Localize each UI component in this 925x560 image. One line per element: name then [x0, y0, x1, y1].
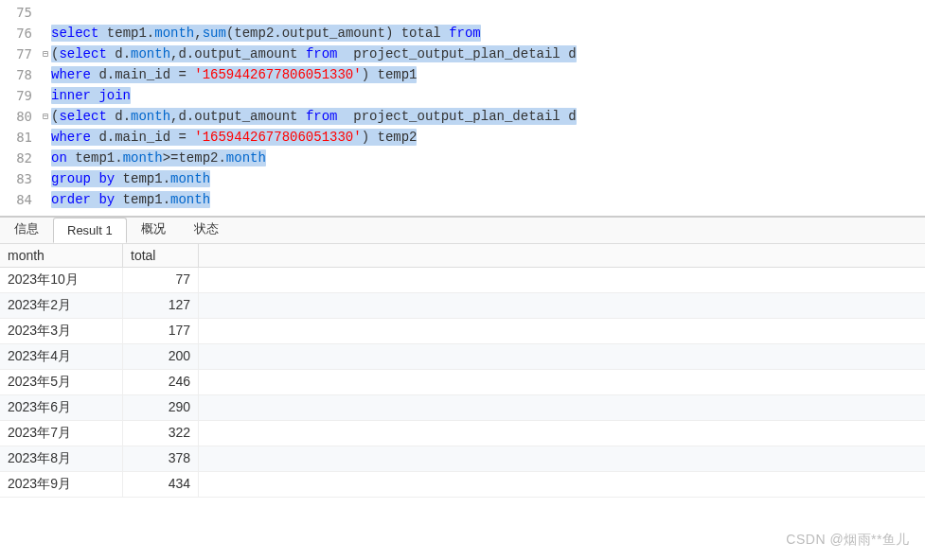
code-line[interactable]: 84order by temp1.month	[0, 189, 925, 210]
table-cell[interactable]: 2023年8月	[0, 446, 123, 471]
code-line[interactable]: 79inner join	[0, 85, 925, 106]
code-line[interactable]: 75	[0, 2, 925, 23]
table-cell[interactable]: 290	[123, 395, 199, 420]
column-header[interactable]: month	[0, 244, 123, 267]
tab-概况[interactable]: 概况	[127, 215, 180, 243]
grid-body: 2023年10月772023年2月1272023年3月1772023年4月200…	[0, 268, 925, 498]
line-number: 82	[0, 150, 40, 166]
table-row[interactable]: 2023年10月77	[0, 268, 925, 293]
table-row[interactable]: 2023年2月127	[0, 293, 925, 319]
table-cell[interactable]: 378	[123, 446, 199, 471]
code-content[interactable]: group by temp1.month	[51, 171, 925, 186]
table-cell[interactable]: 2023年10月	[0, 268, 123, 292]
table-cell[interactable]: 246	[123, 370, 199, 394]
line-number: 84	[0, 192, 40, 207]
line-number: 81	[0, 130, 40, 145]
table-cell[interactable]: 77	[123, 268, 199, 292]
table-row[interactable]: 2023年7月322	[0, 421, 925, 446]
table-row[interactable]: 2023年3月177	[0, 319, 925, 344]
table-cell[interactable]: 2023年5月	[0, 370, 123, 394]
line-number: 83	[0, 171, 40, 186]
grid-header-row: monthtotal	[0, 244, 925, 268]
code-content[interactable]: where d.main_id = '1659442677806051330')…	[51, 67, 925, 82]
result-tabs: 信息Result 1概况状态	[0, 218, 925, 244]
table-cell[interactable]: 127	[123, 293, 199, 318]
code-line[interactable]: 82on temp1.month>=temp2.month	[0, 148, 925, 168]
code-line[interactable]: 83group by temp1.month	[0, 168, 925, 189]
code-content[interactable]: where d.main_id = '1659442677806051330')…	[51, 130, 925, 145]
table-row[interactable]: 2023年8月378	[0, 446, 925, 472]
sql-editor[interactable]: 7576select temp1.month,sum(temp2.output_…	[0, 0, 925, 212]
code-content[interactable]: on temp1.month>=temp2.month	[51, 150, 925, 166]
line-number: 75	[0, 5, 40, 20]
table-cell[interactable]: 322	[123, 421, 199, 446]
result-grid: monthtotal 2023年10月772023年2月1272023年3月17…	[0, 244, 925, 498]
line-number: 76	[0, 26, 40, 41]
code-content[interactable]: (select d.month,d.output_amount from pro…	[51, 109, 925, 124]
code-content[interactable]: inner join	[51, 88, 925, 103]
table-cell[interactable]: 434	[123, 472, 199, 497]
code-line[interactable]: 76select temp1.month,sum(temp2.output_am…	[0, 23, 925, 44]
table-cell[interactable]: 2023年2月	[0, 293, 123, 318]
table-cell[interactable]: 2023年6月	[0, 395, 123, 420]
code-content[interactable]: order by temp1.month	[51, 192, 925, 207]
line-number: 78	[0, 67, 40, 82]
table-row[interactable]: 2023年9月434	[0, 472, 925, 498]
fold-icon[interactable]: ⊟	[40, 48, 51, 60]
column-header[interactable]: total	[123, 244, 199, 267]
table-cell[interactable]: 2023年4月	[0, 344, 123, 369]
table-row[interactable]: 2023年6月290	[0, 395, 925, 421]
code-content[interactable]: (select d.month,d.output_amount from pro…	[51, 46, 925, 61]
table-cell[interactable]: 2023年9月	[0, 472, 123, 497]
table-row[interactable]: 2023年5月246	[0, 370, 925, 395]
table-cell[interactable]: 2023年7月	[0, 421, 123, 446]
code-content[interactable]: select temp1.month,sum(temp2.output_amou…	[51, 26, 925, 41]
tab-信息[interactable]: 信息	[0, 215, 53, 243]
line-number: 77	[0, 46, 40, 61]
code-line[interactable]: 80⊟(select d.month,d.output_amount from …	[0, 106, 925, 127]
tab-状态[interactable]: 状态	[180, 215, 233, 243]
table-row[interactable]: 2023年4月200	[0, 344, 925, 370]
line-number: 80	[0, 109, 40, 124]
table-cell[interactable]: 177	[123, 319, 199, 343]
table-cell[interactable]: 200	[123, 344, 199, 369]
code-line[interactable]: 78where d.main_id = '1659442677806051330…	[0, 64, 925, 85]
code-line[interactable]: 81where d.main_id = '1659442677806051330…	[0, 127, 925, 148]
fold-icon[interactable]: ⊟	[40, 111, 51, 122]
tab-result-1[interactable]: Result 1	[53, 218, 127, 243]
line-number: 79	[0, 88, 40, 103]
table-cell[interactable]: 2023年3月	[0, 319, 123, 343]
code-line[interactable]: 77⊟(select d.month,d.output_amount from …	[0, 44, 925, 64]
